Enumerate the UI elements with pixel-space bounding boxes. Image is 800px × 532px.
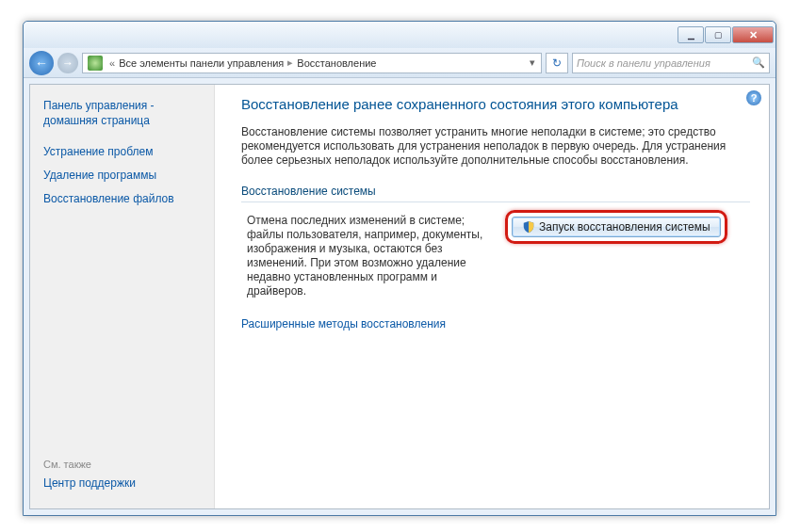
start-system-restore-button[interactable]: Запуск восстановления системы — [512, 217, 721, 237]
section-title: Восстановление системы — [241, 185, 750, 202]
highlighted-frame: Запуск восстановления системы — [505, 210, 727, 244]
help-icon[interactable]: ? — [746, 90, 761, 105]
navigation-bar: ← → « Все элементы панели управления ▸ В… — [24, 48, 776, 78]
spacer — [43, 137, 204, 144]
sidebar: Панель управления - домашняя страница Ус… — [30, 85, 215, 508]
sidebar-link-restore-files[interactable]: Восстановление файлов — [43, 191, 204, 206]
close-button[interactable]: ✕ — [732, 26, 774, 43]
refresh-icon: ↻ — [552, 56, 562, 70]
advanced-recovery-link[interactable]: Расширенные методы восстановления — [241, 317, 446, 330]
breadcrumb[interactable]: « Все элементы панели управления ▸ Восст… — [82, 53, 542, 73]
arrow-right-icon: → — [62, 56, 73, 70]
control-panel-icon — [88, 56, 103, 71]
sidebar-link-troubleshoot[interactable]: Устранение проблем — [43, 144, 204, 159]
minimize-button[interactable]: ▁ — [678, 26, 704, 43]
sidebar-link-action-center[interactable]: Центр поддержки — [43, 476, 204, 491]
window-body: Панель управления - домашняя страница Ус… — [29, 84, 770, 509]
control-panel-window: ▁ ▢ ✕ ← → « Все элементы панели управлен… — [23, 21, 776, 516]
chevron-right-icon: ▸ — [284, 56, 297, 69]
history-dropdown-icon[interactable]: « — [106, 57, 119, 69]
sidebar-link-uninstall[interactable]: Удаление программы — [43, 168, 204, 183]
main-content: ? Восстановление ранее сохраненного сост… — [215, 85, 769, 508]
breadcrumb-item-current[interactable]: Восстановление — [297, 57, 376, 69]
search-icon: 🔍 — [752, 56, 765, 69]
back-button[interactable]: ← — [29, 51, 54, 75]
see-also-label: См. также — [43, 459, 204, 470]
intro-text: Восстановление системы позволяет устрани… — [241, 125, 750, 168]
sidebar-home-link[interactable]: Панель управления - домашняя страница — [43, 98, 204, 128]
arrow-left-icon: ← — [35, 56, 48, 71]
search-placeholder: Поиск в панели управления — [577, 57, 710, 69]
spacer — [43, 215, 204, 459]
refresh-button[interactable]: ↻ — [546, 53, 568, 73]
shield-icon — [522, 220, 535, 234]
chevron-down-icon[interactable]: ▾ — [526, 56, 539, 69]
page-title: Восстановление ранее сохраненного состоя… — [241, 96, 750, 112]
section-body: Отмена последних изменений в системе; фа… — [241, 210, 750, 298]
breadcrumb-item-root[interactable]: Все элементы панели управления — [119, 57, 284, 69]
window-titlebar: ▁ ▢ ✕ — [24, 22, 776, 48]
section-description: Отмена последних изменений в системе; фа… — [241, 210, 496, 298]
search-input[interactable]: Поиск в панели управления 🔍 — [572, 53, 770, 73]
forward-button[interactable]: → — [57, 53, 78, 73]
maximize-button[interactable]: ▢ — [705, 26, 731, 43]
button-label: Запуск восстановления системы — [539, 220, 710, 234]
